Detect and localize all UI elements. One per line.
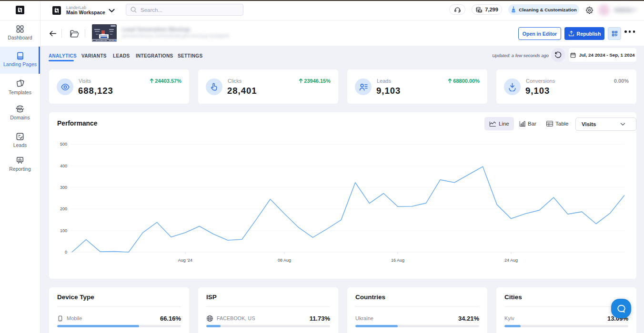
svg-text:400: 400	[60, 164, 67, 168]
svg-text:500: 500	[60, 142, 67, 147]
svg-text:16 Aug: 16 Aug	[391, 258, 404, 263]
svg-text:08 Aug: 08 Aug	[278, 258, 291, 263]
svg-text:200: 200	[60, 206, 67, 211]
svg-text:24 Aug: 24 Aug	[504, 258, 518, 263]
svg-text:0: 0	[65, 250, 67, 255]
svg-text:Aug '24: Aug '24	[178, 258, 192, 263]
svg-text:100: 100	[60, 228, 67, 233]
svg-text:300: 300	[60, 185, 67, 190]
